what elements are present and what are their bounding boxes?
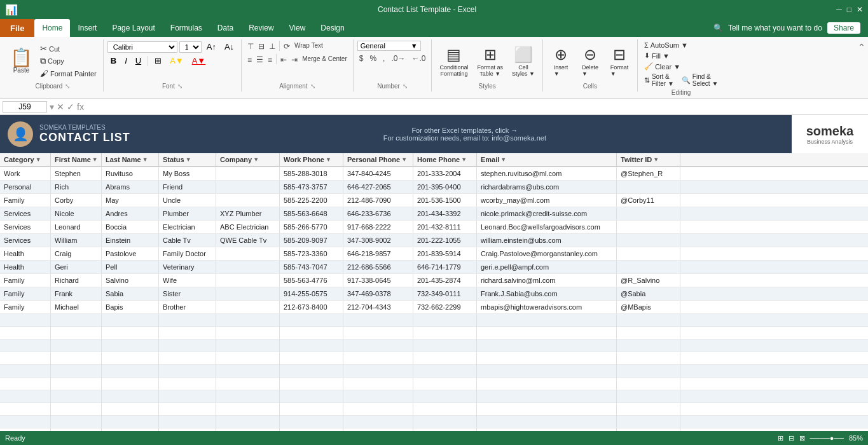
table-cell[interactable]: 585-209-9097 (280, 234, 343, 247)
format-painter-button[interactable]: 🖌 Format Painter (38, 68, 99, 79)
fill-color-btn[interactable]: A▼ (167, 55, 187, 67)
table-cell[interactable]: Pell (102, 261, 159, 273)
table-cell[interactable] (617, 234, 680, 247)
col-header-twitter-id[interactable]: Twitter ID▼ (617, 153, 680, 166)
share-button[interactable]: Share (827, 22, 860, 34)
table-cell[interactable]: Rich (51, 181, 102, 193)
filter-arrow-status[interactable]: ▼ (186, 156, 191, 163)
table-cell[interactable]: 732-349-0111 (413, 287, 477, 300)
insert-tab[interactable]: Insert (70, 19, 104, 37)
table-cell[interactable]: Work (0, 167, 51, 180)
page-layout-view-icon[interactable]: ⊞ (778, 434, 783, 436)
table-cell[interactable]: Salvino (102, 274, 159, 287)
table-cell[interactable] (617, 221, 680, 233)
filter-arrow-category[interactable]: ▼ (36, 156, 41, 163)
table-cell[interactable] (216, 287, 280, 300)
clear-btn[interactable]: 🧹 Clear ▼ (642, 62, 683, 71)
clipboard-expand-icon[interactable]: ⤡ (65, 83, 70, 90)
zoom-slider[interactable]: ────●── (810, 434, 844, 435)
table-cell[interactable]: Personal (0, 181, 51, 193)
cut-button[interactable]: ✂ Cut (38, 43, 99, 54)
align-center-btn[interactable]: ☰ (254, 54, 265, 65)
table-cell[interactable]: 201-395-0400 (413, 181, 477, 193)
indent-decrease-btn[interactable]: ⇤ (279, 54, 289, 65)
insert-btn[interactable]: ⊕ Insert▼ (547, 44, 575, 78)
autosum-btn[interactable]: Σ AutoSum ▼ (642, 41, 691, 50)
font-color-btn[interactable]: A▼ (189, 55, 209, 67)
table-cell[interactable]: Family (0, 274, 51, 287)
table-cell[interactable]: @Sabia (617, 287, 680, 300)
table-cell[interactable]: QWE Cable Tv (216, 234, 280, 247)
table-cell[interactable]: Stephen (51, 167, 102, 180)
table-cell[interactable]: 585-225-2200 (280, 194, 343, 207)
cancel-formula-icon[interactable]: ✕ (57, 102, 64, 112)
table-cell[interactable]: 201-333-2004 (413, 167, 477, 180)
table-cell[interactable]: My Boss (159, 167, 216, 180)
bold-btn[interactable]: B (107, 55, 120, 67)
table-cell[interactable] (216, 194, 280, 207)
table-cell[interactable]: 201-432-8111 (413, 221, 477, 233)
merge-center-btn[interactable]: Merge & Center (300, 54, 349, 65)
table-cell[interactable]: richard.salvino@ml.com (477, 274, 617, 287)
name-box[interactable]: J59 (3, 101, 47, 113)
table-cell[interactable]: 212-686-5566 (343, 261, 413, 273)
table-cell[interactable]: Craig.Pastolove@morganstanley.com (477, 247, 617, 260)
ribbon-collapse[interactable]: ⌃ (858, 39, 865, 52)
format-as-table-btn[interactable]: ⊞ Format asTable ▼ (473, 44, 507, 78)
table-cell[interactable] (216, 261, 280, 273)
table-cell[interactable]: Einstein (102, 234, 159, 247)
table-cell[interactable]: 201-536-1500 (413, 194, 477, 207)
col-header-last-name[interactable]: Last Name▼ (102, 153, 159, 166)
table-cell[interactable]: William (51, 234, 102, 247)
formulas-tab[interactable]: Formulas (163, 19, 210, 37)
underline-btn[interactable]: U (132, 55, 144, 67)
cell-styles-btn[interactable]: ⬜ CellStyles ▼ (508, 44, 539, 78)
table-cell[interactable]: Cable Tv (159, 234, 216, 247)
table-cell[interactable]: wcorby_may@ml.com (477, 194, 617, 207)
table-cell[interactable] (216, 247, 280, 260)
table-cell[interactable]: Frank (51, 287, 102, 300)
table-cell[interactable]: Frank.J.Sabia@ubs.com (477, 287, 617, 300)
number-expand-icon[interactable]: ⤡ (403, 83, 408, 90)
filter-arrow-last-name[interactable]: ▼ (142, 156, 148, 163)
table-cell[interactable]: Richard (51, 274, 102, 287)
table-cell[interactable]: XYZ Plumber (216, 207, 280, 220)
page-layout-tab[interactable]: Page Layout (104, 19, 162, 37)
table-cell[interactable]: Brother (159, 301, 216, 313)
col-header-home-phone[interactable]: Home Phone▼ (413, 153, 477, 166)
paste-button[interactable]: 📋 Paste (6, 48, 36, 75)
home-tab[interactable]: Home (34, 19, 70, 37)
table-cell[interactable]: Uncle (159, 194, 216, 207)
table-cell[interactable]: 585-288-3018 (280, 167, 343, 180)
table-cell[interactable]: nicole.primack@credit-suisse.com (477, 207, 617, 220)
table-cell[interactable]: 201-435-2874 (413, 274, 477, 287)
table-cell[interactable]: Nicole (51, 207, 102, 220)
table-cell[interactable]: Family (0, 194, 51, 207)
table-cell[interactable]: Michael (51, 301, 102, 313)
font-size-dropdown[interactable]: 11 (179, 41, 202, 53)
normal-view-icon[interactable]: ⊟ (789, 434, 794, 436)
table-cell[interactable] (216, 181, 280, 193)
data-tab[interactable]: Data (210, 19, 241, 37)
table-cell[interactable]: 347-308-9002 (343, 234, 413, 247)
number-format-dropdown[interactable]: General ▼ (357, 41, 421, 51)
increase-font-btn[interactable]: A↑ (203, 41, 219, 53)
table-cell[interactable]: geri.e.pell@ampf.com (477, 261, 617, 273)
table-cell[interactable]: Family Doctor (159, 247, 216, 260)
maximize-btn[interactable]: □ (847, 5, 851, 14)
table-cell[interactable] (617, 181, 680, 193)
confirm-formula-icon[interactable]: ✓ (67, 102, 74, 112)
table-cell[interactable]: Corby (51, 194, 102, 207)
percent-btn[interactable]: % (368, 53, 378, 64)
filter-arrow-twitter-id[interactable]: ▼ (653, 156, 659, 163)
table-cell[interactable]: 646-218-9857 (343, 247, 413, 260)
table-cell[interactable]: Andres (102, 207, 159, 220)
filter-arrow-email[interactable]: ▼ (500, 156, 506, 163)
conditional-formatting-btn[interactable]: ▤ ConditionalFormatting (436, 44, 472, 78)
spreadsheet-container[interactable]: 👤 SOMEKA TEMPLATES CONTACT LIST For othe… (0, 115, 868, 435)
table-cell[interactable]: Abrams (102, 181, 159, 193)
font-family-dropdown[interactable]: Calibri (107, 41, 177, 53)
table-cell[interactable]: william.einstein@ubs.com (477, 234, 617, 247)
col-header-email[interactable]: Email▼ (477, 153, 617, 166)
col-header-company[interactable]: Company▼ (216, 153, 280, 166)
